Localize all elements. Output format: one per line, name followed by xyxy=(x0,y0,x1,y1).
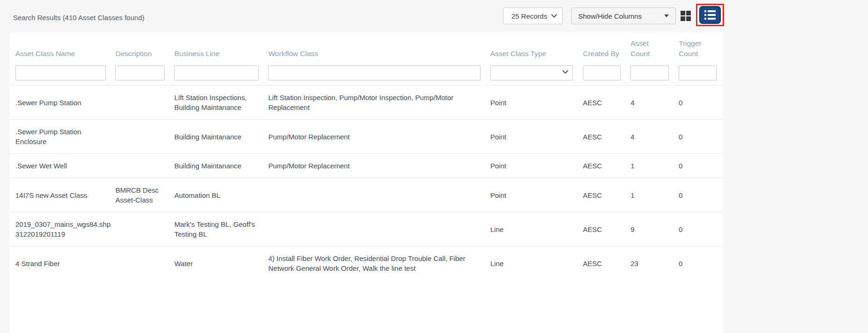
column-header-asset-class-name: Asset Class Name xyxy=(15,49,106,59)
column-header-trigger-count: Trigger Count xyxy=(679,38,717,59)
cell-trigger-count: 0 xyxy=(679,190,717,200)
filter-description-input[interactable] xyxy=(115,65,165,80)
grid-view-button[interactable] xyxy=(680,10,692,22)
cell-asset-class-type: Point xyxy=(490,190,573,200)
filter-asset-class-type-select[interactable] xyxy=(490,65,573,80)
cell-business-line: Building Maintanance xyxy=(174,132,258,142)
list-view-button[interactable] xyxy=(699,6,721,24)
table-row[interactable]: 14I7S new Asset Class BMRCB Desc Asset-C… xyxy=(9,178,723,212)
cell-asset-count: 23 xyxy=(631,259,669,268)
caret-down-icon xyxy=(664,14,669,17)
cell-business-line: Mark's Testing BL, Geoff's Testing BL xyxy=(174,219,258,239)
cell-trigger-count: 0 xyxy=(679,132,717,142)
table-header-row: Asset Class Name Description Business Li… xyxy=(9,33,723,59)
records-per-page-select[interactable]: 25 Records xyxy=(503,7,563,24)
table-row[interactable]: .Sewer Pump Station Enclosure Building M… xyxy=(9,119,723,153)
filter-business-line-input[interactable] xyxy=(174,65,258,80)
column-header-asset-class-type: Asset Class Type xyxy=(490,49,573,59)
cell-asset-class-name: .Sewer Pump Station Enclosure xyxy=(15,127,106,146)
top-toolbar: Search Results (410 Asset Classes found)… xyxy=(0,0,868,33)
cell-created-by: AESC xyxy=(583,190,621,200)
cell-asset-class-name: 4 Strand Fiber xyxy=(15,259,106,268)
table-row[interactable]: 2019_0307_mains_wgs84.shp 3122019201119 … xyxy=(9,212,723,246)
cell-asset-class-name: 14I7S new Asset Class xyxy=(15,190,106,200)
chevron-down-icon xyxy=(551,12,557,18)
cell-asset-class-type: Line xyxy=(490,224,573,234)
cell-asset-class-type: Point xyxy=(490,98,573,108)
cell-workflow-class: 4) Install Fiber Work Order, Residential… xyxy=(268,253,481,273)
cell-business-line: Lift Station Inspections, Building Maint… xyxy=(174,93,258,112)
cell-trigger-count: 0 xyxy=(679,161,717,171)
cell-asset-count: 1 xyxy=(631,190,669,200)
show-hide-columns-label: Show/Hide Columns xyxy=(578,12,642,20)
cell-asset-count: 4 xyxy=(631,132,669,142)
cell-asset-class-type: Point xyxy=(490,161,573,171)
filter-workflow-class-input[interactable] xyxy=(268,65,481,80)
table-row[interactable]: .Sewer Wet Well Building Maintanance Pum… xyxy=(9,153,723,178)
table-filter-row xyxy=(9,65,723,85)
filter-asset-class-name-input[interactable] xyxy=(15,65,106,80)
filter-trigger-count-input[interactable] xyxy=(679,65,717,80)
table-body: .Sewer Pump Station Lift Station Inspect… xyxy=(9,85,723,280)
column-header-workflow-class: Workflow Class xyxy=(268,49,481,59)
grid-view-icon xyxy=(681,11,691,21)
cell-created-by: AESC xyxy=(583,259,621,268)
filter-asset-count-input[interactable] xyxy=(631,65,669,80)
cell-workflow-class: Lift Station Inspection, Pump/Motor Insp… xyxy=(268,93,481,112)
cell-trigger-count: 0 xyxy=(679,98,717,108)
cell-asset-class-name: .Sewer Wet Well xyxy=(15,161,106,171)
cell-business-line: Automation BL xyxy=(174,190,258,200)
filter-asset-class-type-select-wrap xyxy=(490,65,573,80)
cell-trigger-count: 0 xyxy=(679,224,717,234)
cell-asset-class-type: Line xyxy=(490,259,573,268)
cell-workflow-class: Pump/Motor Replacement xyxy=(268,132,481,142)
table-row[interactable]: .Sewer Pump Station Lift Station Inspect… xyxy=(9,85,723,119)
column-header-description: Description xyxy=(115,49,165,59)
column-header-created-by: Created By xyxy=(583,49,621,59)
cell-workflow-class: Pump/Motor Replacement xyxy=(268,161,481,171)
cell-business-line: Building Maintanance xyxy=(174,161,258,171)
table-row[interactable]: 4 Strand Fiber Water 4) Install Fiber Wo… xyxy=(9,246,723,280)
cell-asset-count: 4 xyxy=(631,98,669,108)
cell-asset-count: 1 xyxy=(631,161,669,171)
search-results-panel: Asset Class Name Description Business Li… xyxy=(9,33,723,333)
cell-asset-count: 9 xyxy=(631,224,669,234)
column-header-asset-count: Asset Count xyxy=(631,38,669,59)
cell-created-by: AESC xyxy=(583,161,621,171)
list-view-icon xyxy=(704,10,716,20)
annotation-highlight-box xyxy=(696,4,724,26)
cell-created-by: AESC xyxy=(583,98,621,108)
cell-created-by: AESC xyxy=(583,132,621,142)
cell-created-by: AESC xyxy=(583,224,621,234)
records-per-page-value: 25 Records xyxy=(511,12,547,20)
show-hide-columns-button[interactable]: Show/Hide Columns xyxy=(571,7,676,24)
cell-business-line: Water xyxy=(174,259,258,268)
cell-asset-class-name: 2019_0307_mains_wgs84.shp 3122019201119 xyxy=(15,219,106,239)
cell-description: BMRCB Desc Asset-Class xyxy=(115,185,165,205)
cell-trigger-count: 0 xyxy=(679,259,717,268)
cell-asset-class-type: Point xyxy=(490,132,573,142)
filter-created-by-input[interactable] xyxy=(583,65,621,80)
cell-asset-class-name: .Sewer Pump Station xyxy=(15,98,106,108)
page-title: Search Results (410 Asset Classes found) xyxy=(13,14,144,22)
column-header-business-line: Business Line xyxy=(174,49,258,59)
